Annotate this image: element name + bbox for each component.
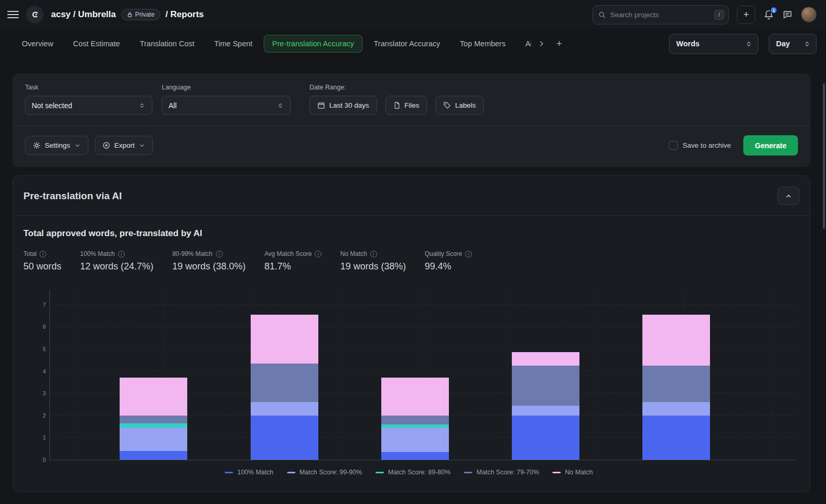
bar-segment-match-score-99-90-[interactable] xyxy=(512,406,579,416)
legend-item-match-score-89-80-[interactable]: Match Score: 89-80% xyxy=(376,469,450,476)
pre-translation-report-card: Pre-translation via AI Total approved wo… xyxy=(12,175,810,492)
tab-time-spent[interactable]: Time Spent xyxy=(206,35,261,53)
chevron-right-icon xyxy=(538,40,545,47)
legend-item-no-match[interactable]: No Match xyxy=(552,469,593,476)
info-icon[interactable]: i xyxy=(118,251,125,257)
info-icon[interactable]: i xyxy=(216,251,223,257)
bar-segment-no-match[interactable] xyxy=(120,378,187,415)
topbar-actions: / + 1 xyxy=(592,5,817,24)
breadcrumb-project-path[interactable]: acsy / Umbrella xyxy=(51,9,116,20)
bar-segment-match-score-79-70-[interactable] xyxy=(642,366,710,402)
legend-color-mark xyxy=(376,472,384,473)
breadcrumb: acsy / Umbrella Private / Reports xyxy=(51,9,204,20)
y-axis-tick-label: 2 xyxy=(31,412,46,419)
report-filters-card: Task Not selected Language All Date Rang… xyxy=(12,73,810,167)
info-icon[interactable]: i xyxy=(465,251,472,257)
legend-item-100-match[interactable]: 100% Match xyxy=(225,469,273,476)
y-axis-tick-label: 5 xyxy=(31,346,46,352)
bar-segment-100-match[interactable] xyxy=(120,451,187,460)
stat-quality-score: Quality Scorei99.4% xyxy=(424,250,472,272)
tab-translation-cost[interactable]: Translation Cost xyxy=(132,35,203,53)
filter-actions-row: Settings Export Save to archive Generate xyxy=(25,135,798,156)
bar-segment-no-match[interactable] xyxy=(381,378,449,415)
unit-select[interactable]: Words xyxy=(669,34,758,54)
bar-segment-no-match[interactable] xyxy=(251,315,318,364)
date-range-button-label: Last 30 days xyxy=(329,101,369,109)
language-filter-label: Language xyxy=(162,84,291,91)
period-select[interactable]: Day xyxy=(769,34,817,54)
collapse-report-button[interactable] xyxy=(778,187,799,205)
search-input[interactable] xyxy=(610,11,710,19)
updown-chevron-icon xyxy=(745,40,753,48)
updown-chevron-icon xyxy=(138,102,146,109)
y-axis-tick-label: 1 xyxy=(31,434,46,441)
bar-segment-match-score-99-90-[interactable] xyxy=(381,428,449,452)
app-logo[interactable] xyxy=(26,6,44,23)
language-select[interactable]: All xyxy=(162,96,291,115)
bar-segment-100-match[interactable] xyxy=(381,452,449,460)
stacked-bar-2[interactable] xyxy=(251,315,318,460)
create-project-button[interactable]: + xyxy=(737,6,755,24)
stat-avg-match-score: Avg Match Scorei81.7% xyxy=(264,250,321,272)
hamburger-menu-icon[interactable] xyxy=(7,9,19,20)
privacy-badge: Private xyxy=(121,9,160,20)
bar-segment-no-match[interactable] xyxy=(642,315,710,366)
save-to-archive-checkbox[interactable] xyxy=(669,141,678,150)
task-select[interactable]: Not selected xyxy=(25,96,152,115)
bar-segment-no-match[interactable] xyxy=(512,352,579,366)
date-range-button[interactable]: Last 30 days xyxy=(309,96,377,115)
bar-segment-match-score-79-70-[interactable] xyxy=(251,364,318,403)
user-avatar[interactable] xyxy=(801,7,817,22)
period-select-value: Day xyxy=(776,40,790,48)
date-range-buttons: Last 30 days Files Labels xyxy=(309,96,484,115)
tab-ai[interactable]: Ai xyxy=(517,35,532,53)
generate-button[interactable]: Generate xyxy=(743,135,798,156)
add-report-tab-button[interactable]: + xyxy=(551,36,567,51)
task-filter-group: Task Not selected xyxy=(25,84,152,115)
bar-segment-match-score-79-70-[interactable] xyxy=(381,416,449,424)
search-box[interactable]: / xyxy=(592,5,729,24)
caret-down-icon xyxy=(74,143,81,149)
caret-down-icon xyxy=(139,143,145,149)
stacked-bar-1[interactable] xyxy=(120,378,187,460)
stacked-bar-4[interactable] xyxy=(512,352,579,460)
legend-item-match-score-79-70-[interactable]: Match Score: 79-70% xyxy=(464,469,539,476)
bar-segment-100-match[interactable] xyxy=(642,416,710,460)
bar-segment-match-score-79-70-[interactable] xyxy=(512,366,579,406)
tabs-scroll-right-button[interactable] xyxy=(535,37,548,50)
info-icon[interactable]: i xyxy=(40,251,46,257)
stacked-bar-3[interactable] xyxy=(381,378,449,460)
legend-item-match-score-99-90-[interactable]: Match Score: 99-90% xyxy=(287,469,362,476)
labels-button[interactable]: Labels xyxy=(435,96,484,115)
export-download-icon xyxy=(102,141,110,149)
export-button[interactable]: Export xyxy=(95,136,153,155)
tab-top-members[interactable]: Top Members xyxy=(451,35,514,53)
tab-overview[interactable]: Overview xyxy=(14,35,61,53)
files-button[interactable]: Files xyxy=(385,96,428,115)
bar-segment-match-score-99-90-[interactable] xyxy=(251,402,318,416)
info-icon[interactable]: i xyxy=(315,251,321,257)
v-gridline xyxy=(337,290,338,460)
notifications-button[interactable]: 1 xyxy=(764,9,774,20)
tab-cost-estimate[interactable]: Cost Estimate xyxy=(64,35,128,53)
stat-100-match: 100% Matchi12 words (24.7%) xyxy=(80,250,153,272)
stat-label: No Match xyxy=(340,250,367,257)
messages-button[interactable] xyxy=(782,9,793,20)
page-scrollbar-thumb[interactable] xyxy=(823,83,825,229)
save-to-archive-option[interactable]: Save to archive xyxy=(669,141,731,150)
bar-segment-match-score-99-90-[interactable] xyxy=(120,428,187,451)
info-icon[interactable]: i xyxy=(370,251,377,257)
bar-segment-match-score-79-70-[interactable] xyxy=(120,416,187,423)
bar-segment-100-match[interactable] xyxy=(512,416,579,460)
settings-button[interactable]: Settings xyxy=(25,136,88,155)
notifications-count-badge: 1 xyxy=(770,6,778,14)
stat-value: 12 words (24.7%) xyxy=(80,261,153,272)
bar-segment-match-score-89-80-[interactable] xyxy=(120,423,187,428)
stacked-bar-5[interactable] xyxy=(642,315,710,460)
filter-divider xyxy=(12,125,810,126)
updown-chevron-icon xyxy=(277,102,284,109)
tab-translator-accuracy[interactable]: Translator Accuracy xyxy=(366,35,449,53)
tab-pre-translation-accuracy[interactable]: Pre-translation Accuracy xyxy=(264,35,362,53)
bar-segment-100-match[interactable] xyxy=(251,416,318,460)
bar-segment-match-score-99-90-[interactable] xyxy=(642,402,710,416)
